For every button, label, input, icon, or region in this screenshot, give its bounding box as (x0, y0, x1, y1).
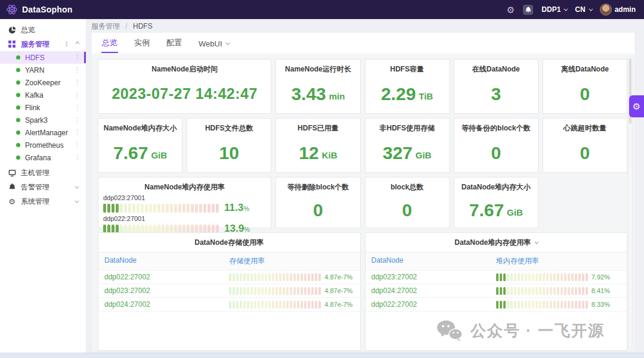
watermark: 公众号 · 一飞开源 (436, 320, 605, 341)
language-label: CN (575, 5, 585, 14)
sidebar-item-overview[interactable]: 总览 (0, 23, 86, 37)
gauge-segment (308, 301, 310, 309)
gauge-segment (503, 273, 506, 281)
sidebar-item-flink[interactable]: Flink⋮ (0, 101, 86, 114)
gauge-segment (275, 273, 278, 281)
settings-gear-icon[interactable]: ⚙ (507, 5, 515, 14)
gauge-value-number: 11.3 (224, 202, 243, 213)
notification-bell-icon[interactable] (523, 5, 533, 15)
stat-value: 0 (580, 84, 590, 104)
gauge-bar-value: 11.3% (224, 202, 249, 214)
more-dots-icon[interactable]: ⋮ (74, 141, 80, 149)
gauge-segment (247, 301, 249, 309)
more-dots-icon[interactable]: ⋮ (74, 116, 80, 124)
sidebar-item-alert-mgmt[interactable]: 告警管理 (0, 180, 86, 194)
sidebar-item-kafka[interactable]: Kafka⋮ (0, 89, 86, 101)
usage-gauge (496, 301, 588, 309)
gauge-segment (268, 287, 271, 295)
more-dots-icon[interactable]: ⋮ (74, 66, 80, 74)
tab-bar: 总览 实例 配置 WebUI (92, 33, 634, 54)
service-status-dot (16, 155, 20, 160)
more-dots-icon[interactable]: ⋮ (74, 54, 80, 61)
chevron-down-icon (225, 41, 230, 45)
usage-cell: 4.87e-7% (229, 273, 354, 281)
sidebar: 总览 服务管理 ⋮ HDFS⋮YARN⋮ZooKeeper⋮Kafka⋮Flin… (0, 19, 86, 353)
tab-webui[interactable]: WebUI (198, 34, 229, 53)
tab-config[interactable]: 配置 (166, 32, 182, 53)
gauge-segment (568, 273, 570, 281)
service-status-dot (16, 143, 20, 147)
table-row: ddp023:270024.87e-7% (98, 284, 360, 298)
gauge-segment (521, 273, 524, 281)
gauge-segment (304, 273, 306, 281)
more-dots-icon[interactable]: ⋮ (74, 79, 80, 86)
gauge-segment (243, 273, 246, 281)
datasophon-logo-icon (6, 4, 18, 15)
sidebar-item-service-mgmt[interactable]: 服务管理 ⋮ (0, 37, 86, 51)
tab-overview[interactable]: 总览 (101, 32, 118, 53)
gauge-segment (535, 301, 538, 309)
stat-card: 等待备份的block个数0 (454, 118, 538, 173)
sidebar-item-host-mgmt[interactable]: 主机管理 (0, 166, 86, 180)
datanode-name: ddp023:27002 (104, 287, 229, 295)
stat-card-value: 0 (543, 74, 627, 113)
gauge-segment (557, 273, 559, 281)
user-menu[interactable]: admin (600, 4, 636, 15)
gauge-segment (250, 287, 253, 295)
chevron-up-icon[interactable] (75, 41, 79, 45)
stat-value: 7.67 (469, 200, 504, 220)
gauge-segment (532, 273, 534, 281)
breadcrumb-service-mgmt[interactable]: 服务管理 (91, 22, 120, 30)
stat-unit: GiB (416, 150, 432, 160)
gauge-segment (258, 301, 260, 309)
sidebar-item-prometheus[interactable]: Prometheus⋮ (0, 139, 86, 151)
gauge-segment (507, 301, 509, 309)
stat-value: 0 (313, 200, 323, 220)
more-dots-icon[interactable]: ⋮ (74, 104, 80, 111)
card-title: NameNode堆内存使用率 (98, 178, 271, 192)
more-dots-icon[interactable]: ⋮ (74, 129, 80, 136)
tab-instances[interactable]: 实例 (134, 32, 150, 53)
sidebar-item-grafana[interactable]: Grafana⋮ (0, 151, 86, 164)
more-dots-icon[interactable]: ⋮ (74, 154, 80, 161)
gauge-segment (503, 301, 506, 309)
alert-bell-icon (8, 183, 16, 191)
stat-card-value: 3.43min (276, 74, 360, 113)
stat-card-title: 非HDFS使用存储 (366, 119, 449, 133)
sidebar-item-spark3[interactable]: Spark3⋮ (0, 114, 86, 126)
gauge-segment (208, 204, 210, 213)
sidebar-item-system-mgmt[interactable]: ⚙ 系统管理 (0, 194, 86, 208)
gauge-segment (586, 273, 588, 281)
table-row: ddp022:270024.87e-7% (98, 270, 360, 284)
cluster-selector[interactable]: DDP1 (541, 5, 566, 14)
gauge-segment (304, 301, 306, 309)
sidebar-item-hdfs[interactable]: HDFS⋮ (0, 51, 86, 64)
chevron-down-icon (75, 198, 79, 203)
sidebar-item-zookeeper[interactable]: ZooKeeper⋮ (0, 76, 86, 89)
column-header-datanode: DataNode (371, 256, 496, 266)
more-dots-icon[interactable]: ⋮ (74, 91, 80, 99)
gauge-segment (561, 301, 563, 309)
datanode-name: ddp022:27002 (371, 300, 496, 309)
gauge-segment (564, 273, 566, 281)
gauge-segment (279, 301, 281, 309)
gauge-segment (243, 301, 246, 309)
gauge-segment (571, 273, 574, 281)
sidebar-item-yarn[interactable]: YARN⋮ (0, 64, 86, 76)
gauge-segment (261, 301, 264, 309)
tab-label: WebUI (199, 39, 222, 48)
table-title-label: DataNode堆内存使用率 (454, 238, 531, 248)
stat-card: block总数0 (365, 177, 450, 228)
gauge-segment (187, 204, 190, 213)
language-selector[interactable]: CN (575, 5, 591, 14)
table-title[interactable]: DataNode堆内存使用率 (366, 233, 627, 253)
gauge-segment (162, 204, 165, 213)
sidebar-item-label: HDFS (25, 54, 45, 62)
gauge-segment (571, 287, 574, 295)
gauge-segment (557, 287, 559, 295)
sidebar-item-alertmanager[interactable]: AlertManager⋮ (0, 126, 86, 139)
stat-unit: GiB (151, 150, 167, 160)
more-dots-icon[interactable]: ⋮ (63, 41, 70, 48)
theme-settings-button[interactable]: ⚙ (629, 95, 644, 117)
bottom-strip (0, 353, 644, 358)
